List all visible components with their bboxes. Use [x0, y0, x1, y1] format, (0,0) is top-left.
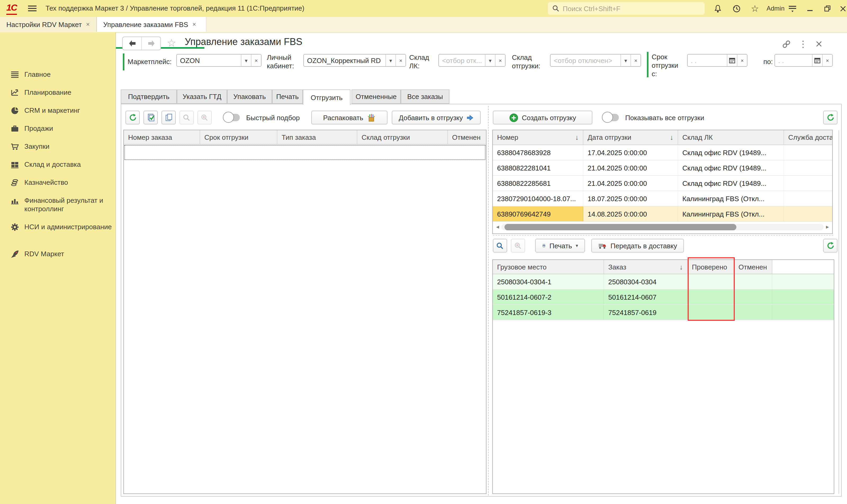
column-header[interactable]: Тип заказа [277, 130, 357, 144]
column-header-place[interactable]: Грузовое место [493, 260, 604, 274]
history-icon[interactable] [731, 3, 742, 14]
shipment-row-selected[interactable]: 63890769642749 14.08.2025 0:00:00 Калини… [493, 206, 832, 222]
tab-print[interactable]: Печать [272, 89, 303, 104]
column-header-warehouse[interactable]: Склад ЛК [678, 130, 784, 145]
refresh-cargo-button[interactable] [823, 239, 837, 253]
notifications-bell-icon[interactable] [713, 3, 723, 14]
copy-button[interactable] [161, 111, 176, 124]
calendar-icon[interactable] [812, 55, 822, 66]
close-form-icon[interactable] [813, 38, 825, 50]
tab-cancelled[interactable]: Отмененные [352, 89, 401, 104]
more-menu-icon[interactable]: ⋮ [797, 38, 809, 50]
warehouse-lk-combo[interactable]: <отбор отк... ▾ × [438, 54, 506, 67]
empty-focused-row[interactable] [124, 145, 485, 160]
scroll-left-icon[interactable]: ◂ [494, 223, 501, 230]
get-link-icon[interactable] [780, 38, 792, 50]
restore-button[interactable] [822, 3, 833, 14]
column-header-checked[interactable]: Проверено [688, 260, 734, 274]
sidebar-item-nsi-admin[interactable]: НСИ и администрирование [0, 223, 115, 231]
close-window-button[interactable] [837, 3, 847, 14]
shipment-row[interactable]: 23807290104000-18.07... 18.07.2025 0:00:… [493, 191, 832, 206]
column-header-service[interactable]: Служба доставки [784, 130, 832, 145]
clear-icon[interactable]: × [395, 55, 406, 66]
column-header-order[interactable]: Заказ↓ [604, 260, 688, 274]
sidebar-item-sales[interactable]: Продажи [0, 124, 115, 133]
sidebar-item-finance[interactable]: Финансовый результат и контроллинг [0, 196, 115, 213]
column-header-cancelled[interactable]: Отменен [734, 260, 772, 274]
close-tab-icon[interactable]: × [86, 21, 90, 28]
sidebar-item-main[interactable]: Главное [0, 70, 115, 79]
right-panel-splitter[interactable] [493, 235, 833, 236]
sidebar-item-warehouse[interactable]: Склад и доставка [0, 160, 115, 169]
sidebar-item-treasury[interactable]: Казначейство [0, 178, 115, 187]
dropdown-icon[interactable]: ▾ [620, 55, 630, 66]
tab-gtd[interactable]: Указать ГТД [177, 89, 227, 104]
create-shipment-button[interactable]: Создать отгрузку [493, 111, 592, 124]
sidebar-item-planning[interactable]: Планирование [0, 88, 115, 97]
column-header[interactable]: Срок отгрузки [200, 130, 277, 144]
mdi-tab-fbs-orders[interactable]: Управление заказами FBS × [97, 17, 206, 32]
cancel-search-button[interactable] [197, 111, 212, 124]
set-flags-button[interactable] [143, 111, 158, 124]
mdi-tab-settings-rdv[interactable]: Настройки RDV Маркет × [0, 17, 97, 32]
shipment-row[interactable]: 63880478683928 17.04.2025 0:00:00 Склад … [493, 145, 832, 160]
column-header-number[interactable]: Номер↓ [493, 130, 583, 145]
add-to-shipment-button[interactable]: Добавить в отгрузку [392, 111, 481, 124]
minimize-button[interactable] [805, 3, 815, 14]
clear-icon[interactable]: × [495, 55, 505, 66]
tab-all-orders[interactable]: Все заказы [401, 89, 449, 104]
global-search-input[interactable]: Поиск Ctrl+Shift+F [548, 2, 705, 15]
show-all-shipments-toggle[interactable] [603, 114, 619, 121]
shipment-row[interactable]: 63880822285681 21.04.2025 0:00:00 Склад … [493, 176, 832, 191]
sidebar-item-crm[interactable]: CRM и маркетинг [0, 106, 115, 115]
calendar-icon[interactable] [727, 55, 737, 66]
column-header[interactable]: Номер заказа [124, 130, 200, 144]
tab-confirm[interactable]: Подтвердить [121, 89, 177, 104]
shipment-row[interactable]: 63880822281041 21.04.2025 0:00:00 Склад … [493, 160, 832, 176]
clear-icon[interactable]: × [630, 55, 641, 66]
account-combo[interactable]: OZON_Корректный RD ▾ × [303, 54, 406, 67]
sidebar-item-rdv-market[interactable]: RDV Маркет [0, 250, 115, 258]
clear-icon[interactable]: × [251, 55, 261, 66]
back-button[interactable] [123, 37, 142, 50]
dropdown-icon[interactable]: ▾ [241, 55, 251, 66]
dropdown-icon[interactable]: ▾ [485, 55, 495, 66]
service-menu-icon[interactable] [787, 3, 798, 14]
dropdown-icon[interactable]: ▾ [385, 55, 395, 66]
user-name[interactable]: Admin [767, 5, 785, 12]
close-tab-icon[interactable]: × [193, 21, 196, 28]
transfer-to-delivery-button[interactable]: Передать в доставку [591, 239, 684, 253]
ship-warehouse-combo[interactable]: <отбор отключен> ▾ × [550, 54, 641, 67]
tab-pack[interactable]: Упаковать [227, 89, 272, 104]
marketplace-combo[interactable]: OZON ▾ × [176, 54, 262, 67]
favorite-page-star-icon[interactable]: ☆ [167, 37, 176, 49]
print-button[interactable]: Печать ▾ [535, 239, 585, 253]
column-header-date[interactable]: Дата отгрузки↓ [583, 130, 678, 145]
cargo-row[interactable]: 75241857-0619-3 75241857-0619 [493, 305, 834, 320]
clear-icon[interactable]: × [822, 55, 832, 66]
horizontal-scrollbar[interactable]: ◂ ▸ [494, 223, 831, 230]
unpack-button[interactable]: Распаковать [311, 111, 388, 124]
panel-splitter[interactable] [488, 106, 489, 496]
cargo-row[interactable]: 25080304-0304-1 25080304-0304 [493, 274, 834, 290]
cargo-row[interactable]: 50161214-0607-2 50161214-0607 [493, 290, 834, 305]
forward-button[interactable] [142, 37, 160, 50]
cargo-search-button[interactable] [493, 239, 507, 253]
cargo-cancel-search-button[interactable] [511, 239, 525, 253]
sidebar-item-purchasing[interactable]: Закупки [0, 142, 115, 151]
main-menu-icon[interactable] [28, 4, 37, 13]
column-header[interactable]: Склад отгрузки [357, 130, 448, 144]
date-to-input[interactable]: . . × [774, 54, 833, 67]
refresh-orders-button[interactable] [125, 111, 140, 124]
date-from-input[interactable]: . . × [687, 54, 747, 67]
clear-icon[interactable]: × [737, 55, 747, 66]
refresh-shipments-button[interactable] [823, 111, 837, 124]
search-button[interactable] [179, 111, 194, 124]
column-header[interactable]: Отменен [448, 130, 486, 144]
favorites-star-icon[interactable]: ☆ [750, 3, 760, 14]
scrollbar-thumb[interactable] [504, 224, 736, 230]
quick-pick-toggle[interactable] [224, 114, 240, 121]
scrollbar-track[interactable] [501, 224, 824, 230]
tab-ship[interactable]: Отгрузить [303, 89, 350, 105]
scroll-right-icon[interactable]: ▸ [824, 223, 831, 230]
